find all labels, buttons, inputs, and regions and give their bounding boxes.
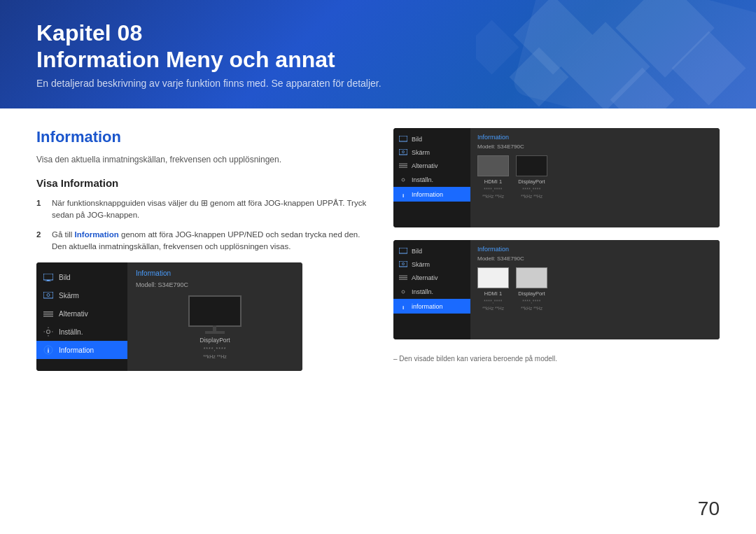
step-2: 2 Gå till Information genom att föra JOG… [36,229,372,253]
main-content: Information Visa den aktuella inmatnings… [0,108,756,385]
monitor-content-large: Information Modell: S34E790C DisplayPort… [127,262,302,371]
svg-rect-1 [47,280,50,281]
display-port-hz-large: **kHz **Hz [203,354,226,359]
rb-hdmi-dots: ****,**** [484,299,503,304]
menu-label-skarm: Skärm [59,292,79,300]
menu-item-skarm: Skärm [36,286,127,304]
svg-point-26 [402,290,405,293]
svg-rect-14 [399,163,407,164]
menu-label-information: Information [59,346,94,354]
svg-text:i: i [48,347,50,354]
screen-icon [43,290,53,300]
monitor-content-right-top: Information Modell: S34E790C HDMI 1 ****… [470,128,720,227]
step-number-2: 2 [36,229,46,253]
menu-item-installn: Inställn. [36,323,127,341]
svg-rect-3 [43,292,53,298]
menu-item-rt-installn: Inställn. [393,172,470,187]
svg-point-4 [47,293,50,296]
menu-label-bild: Bild [59,274,71,281]
chapter-title: Kapitel 08 [36,20,720,46]
menu-item-rb-skarm: Skärm [393,258,470,271]
rb-dp-hz: **kHz **Hz [521,306,542,311]
svg-rect-15 [399,165,407,166]
rt-dp-label: DisplayPort [518,178,545,185]
svg-rect-23 [399,275,407,276]
rt-model-name: Modell: S34E790C [477,143,713,150]
step-1: 1 När funktionsknappguiden visas väljer … [36,197,372,222]
svg-rect-25 [399,279,407,279]
rt-dp-thumb [516,155,547,176]
model-name-large: Modell: S34E790C [136,281,294,288]
menu-label-alternativ: Alternativ [59,310,88,318]
svg-point-13 [402,150,405,153]
svg-rect-6 [43,314,53,315]
menu-item-information-active: i Information [36,341,127,359]
rb-model-name: Modell: S34E790C [477,255,713,262]
svg-rect-5 [43,311,53,313]
settings-icon [43,327,53,337]
menu-item-rt-bild: Bild [393,132,470,146]
page-number: 70 [698,498,720,520]
svg-rect-21 [399,261,407,267]
steps-list: 1 När funktionsknappguiden visas väljer … [36,197,372,253]
svg-rect-16 [399,167,407,167]
right-column: Bild Skärm Alternativ Inställn. i Inform… [393,128,720,371]
rt-dp-hz: **kHz **Hz [521,194,542,199]
rt-dp-dots: ****,**** [522,187,541,192]
rb-hdmi-preview: HDMI 1 ****,**** **kHz **Hz [477,267,509,311]
rb-dp-label: DisplayPort [518,290,545,297]
monitor-menu-right-top: Bild Skärm Alternativ Inställn. i Inform… [393,128,470,227]
monitor-ui-large: Bild Skärm Alternativ [36,262,302,371]
section-description: Visa den aktuella inmatningskällan, frek… [36,153,372,166]
menu-label-installn: Inställn. [59,328,83,336]
rt-hdmi-dots: ****,**** [484,187,503,192]
header-description: En detaljerad beskrivning av varje funkt… [36,78,720,89]
rt-info-header: Information [477,134,713,141]
display-port-dots-large: ****,**** [204,346,227,351]
svg-point-17 [402,178,405,181]
menu-item-rb-information: i information [393,299,470,314]
menu-item-rb-bild: Bild [393,244,470,258]
svg-point-22 [402,262,405,265]
header-main-title: Information Meny och annat [36,46,720,73]
menu-item-rb-installn: Inställn. [393,284,470,299]
content-info-header-large: Information [136,269,294,277]
svg-rect-0 [43,274,53,280]
monitor-ui-right-top: Bild Skärm Alternativ Inställn. i Inform… [393,128,720,227]
step-2-text: Gå till Information genom att föra JOG-k… [52,229,372,253]
menu-item-rt-information: i Information [393,187,470,202]
menu-item-rb-alternativ: Alternativ [393,271,470,284]
rb-hdmi-label: HDMI 1 [484,290,502,297]
menu-item-alternativ: Alternativ [36,304,127,323]
header-banner: Kapitel 08 Information Meny och annat En… [0,0,756,108]
section-title: Information [36,128,372,146]
svg-rect-24 [399,277,407,278]
rb-info-header: Information [477,246,713,253]
rt-hdmi-preview: HDMI 1 ****,**** **kHz **Hz [477,155,509,199]
alternativ-icon [43,309,53,318]
monitor-ui-right-bottom: Bild Skärm Alternativ Inställn. i inform… [393,240,720,339]
monitor-content-right-bottom: Information Modell: S34E790C HDMI 1 ****… [470,240,720,339]
footer-note-right: – Den visade bilden kan variera beroende… [393,355,720,363]
rb-hdmi-thumb-light [477,267,509,288]
rt-hdmi-thumb [477,155,509,176]
menu-item-bild: Bild [36,268,127,286]
svg-text:i: i [402,192,404,198]
subsection-title: Visa Information [36,177,372,189]
rt-hdmi-hz: **kHz **Hz [482,194,504,199]
svg-rect-12 [399,149,407,155]
rb-dp-thumb-gray [516,267,547,288]
monitor-icon [43,272,53,282]
rb-dp-dots: ****,**** [522,299,541,304]
monitor-menu-large: Bild Skärm Alternativ [36,262,127,371]
rb-screen-previews: HDMI 1 ****,**** **kHz **Hz DisplayPort … [477,267,713,311]
svg-rect-7 [43,316,53,317]
monitor-menu-right-bottom: Bild Skärm Alternativ Inställn. i inform… [393,240,470,339]
display-port-label-large: DisplayPort [200,337,230,344]
menu-item-rt-skarm: Skärm [393,146,470,159]
rt-screen-previews: HDMI 1 ****,**** **kHz **Hz DisplayPort … [477,155,713,199]
rt-dp-preview: DisplayPort ****,**** **kHz **Hz [516,155,547,199]
rb-hdmi-hz: **kHz **Hz [482,306,504,311]
step-1-text: När funktionsknappguiden visas väljer du… [52,197,372,222]
menu-item-rt-alternativ: Alternativ [393,159,470,172]
